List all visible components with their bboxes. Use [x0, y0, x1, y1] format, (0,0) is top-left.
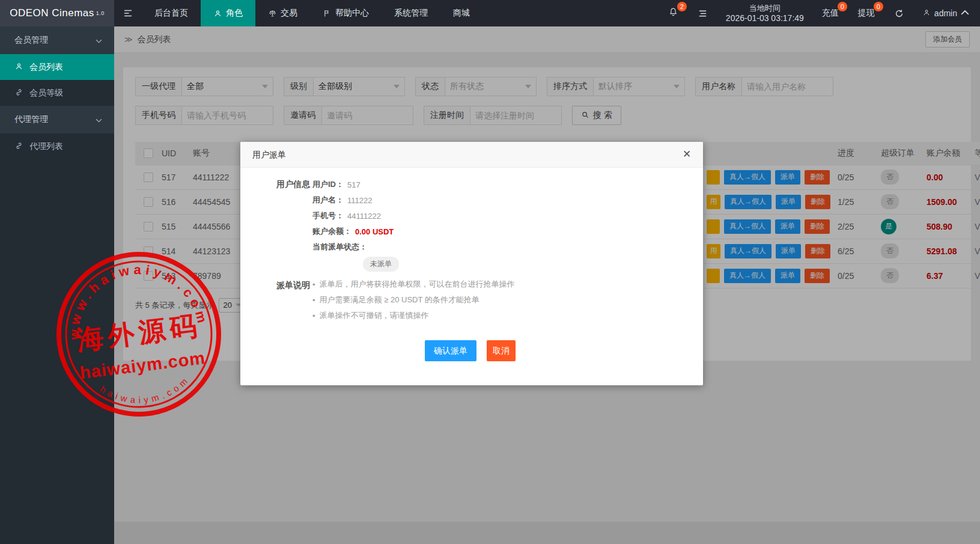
user-info-section-label: 用户信息	[276, 179, 310, 190]
confirm-dispatch-button[interactable]: 确认派单	[425, 340, 476, 361]
sidebar-item-agent-list[interactable]: 代理列表	[0, 133, 114, 159]
chevron-up-icon	[961, 8, 969, 19]
topnav-item-help[interactable]: 帮助中心	[310, 0, 382, 26]
topnav-item-home[interactable]: 后台首页	[142, 0, 201, 26]
notes-section-label: 派单说明	[276, 280, 310, 291]
person-icon	[14, 62, 23, 73]
refresh-icon[interactable]	[884, 0, 914, 26]
sidebar-item-label: 会员列表	[29, 62, 63, 73]
top-navbar: ODEON Cinemas 1.0 后台首页角色交易帮助中心系统管理商城 2 当…	[0, 0, 980, 26]
username: admin	[934, 8, 957, 18]
user-menu[interactable]: admin	[914, 8, 980, 19]
cancel-button[interactable]: 取消	[487, 340, 516, 361]
field-label: 手机号：	[312, 210, 344, 221]
close-icon[interactable]: ✕	[679, 147, 695, 162]
sidebar-group-label: 代理管理	[14, 114, 48, 125]
topnav-item-label: 商城	[453, 8, 470, 19]
modal-title: 用户派单	[240, 142, 703, 168]
field-value: 44111222	[347, 212, 381, 221]
topnav-item-label: 后台首页	[154, 8, 188, 19]
field-value: 111222	[347, 196, 372, 205]
person-icon	[213, 9, 222, 18]
flag-icon	[323, 9, 332, 18]
field-label: 用户名：	[312, 195, 344, 206]
topnav-item-label: 交易	[281, 8, 297, 19]
sidebar-item-label: 代理列表	[29, 141, 63, 152]
sidebar-group-label: 会员管理	[14, 35, 48, 46]
topnav-item-mall[interactable]: 商城	[440, 0, 482, 26]
recharge-link[interactable]: 充值 0	[812, 0, 848, 26]
topnav-item-system[interactable]: 系统管理	[382, 0, 440, 26]
note-item: •派单后，用户将获得抢单权限，可以在前台进行抢单操作	[312, 277, 515, 292]
app-logo: ODEON Cinemas 1.0	[0, 0, 114, 26]
topnav-right: 2 当地时间 2026-01-03 03:17:49 充值 0 提现 0 adm…	[659, 0, 980, 26]
notifications-bell[interactable]: 2	[659, 0, 688, 26]
withdraw-badge: 0	[874, 2, 883, 11]
bullet-dot: •	[312, 311, 315, 320]
link-icon	[14, 88, 23, 99]
user-info-field: 用户ID：517	[312, 177, 399, 192]
scale-icon	[268, 9, 277, 18]
app-title: ODEON Cinemas	[10, 7, 94, 19]
withdraw-link[interactable]: 提现 0	[848, 0, 884, 26]
sidebar-item-member-level[interactable]: 会员等级	[0, 80, 114, 106]
bell-icon	[668, 7, 678, 19]
local-time-value: 2026-01-03 03:17:49	[726, 13, 804, 23]
topnav-item-trade[interactable]: 交易	[255, 0, 310, 26]
sidebar-item-member-list[interactable]: 会员列表	[0, 54, 114, 80]
dispatch-modal: 用户派单 ✕ 用户信息 用户ID：517用户名：111222手机号：441112…	[240, 142, 703, 385]
dispatch-notes: •派单后，用户将获得抢单权限，可以在前台进行抢单操作•用户需要满足余额 ≥ 20…	[312, 277, 515, 323]
field-label: 用户ID：	[312, 179, 344, 190]
bullet-dot: •	[312, 280, 315, 289]
app-version: 1.0	[96, 10, 105, 16]
user-info-field: 用户名：111222	[312, 192, 399, 208]
sidebar-item-label: 会员等级	[29, 88, 63, 99]
topnav-menu: 后台首页角色交易帮助中心系统管理商城	[142, 0, 482, 26]
dispatch-status-badge: 未派单	[363, 257, 399, 272]
field-label: 账户余额：	[312, 226, 352, 237]
user-info-fields: 用户ID：517用户名：111222手机号：44111222账户余额：0.00 …	[312, 177, 399, 272]
note-text: 派单操作不可撤销，请谨慎操作	[320, 310, 429, 321]
field-value: 517	[347, 180, 361, 189]
recharge-label: 充值	[822, 8, 839, 19]
user-info-field: 手机号：44111222	[312, 208, 399, 224]
recharge-badge: 0	[838, 2, 847, 11]
topnav-item-label: 帮助中心	[335, 8, 369, 19]
sidebar-collapse-icon[interactable]	[114, 0, 142, 26]
note-text: 派单后，用户将获得抢单权限，可以在前台进行抢单操作	[320, 279, 515, 290]
notification-badge: 2	[677, 2, 687, 11]
bullet-dot: •	[312, 296, 315, 305]
chevron-down-icon	[96, 115, 102, 124]
user-info-field: 当前派单状态：	[312, 239, 399, 255]
user-icon	[922, 8, 931, 19]
local-time-label: 当地时间	[726, 3, 804, 13]
field-label: 当前派单状态：	[312, 242, 367, 252]
topnav-item-role[interactable]: 角色	[201, 0, 255, 26]
user-info-field: 账户余额：0.00 USDT	[312, 224, 399, 239]
field-value: 0.00 USDT	[355, 227, 394, 236]
sidebar-group-member[interactable]: 会员管理	[0, 26, 114, 54]
sidebar-group-agent[interactable]: 代理管理	[0, 106, 114, 133]
local-time: 当地时间 2026-01-03 03:17:49	[717, 3, 812, 23]
note-item: •派单操作不可撤销，请谨慎操作	[312, 308, 515, 323]
menu-list-icon[interactable]	[688, 0, 717, 26]
topnav-item-label: 系统管理	[394, 8, 428, 19]
topnav-item-label: 角色	[226, 8, 243, 19]
note-text: 用户需要满足余额 ≥ 20 USDT 的条件才能抢单	[320, 295, 479, 305]
sidebar: 会员管理会员列表会员等级代理管理代理列表	[0, 26, 114, 544]
note-item: •用户需要满足余额 ≥ 20 USDT 的条件才能抢单	[312, 292, 515, 308]
withdraw-label: 提现	[858, 8, 875, 19]
chevron-down-icon	[96, 35, 102, 45]
link-icon	[14, 141, 23, 152]
